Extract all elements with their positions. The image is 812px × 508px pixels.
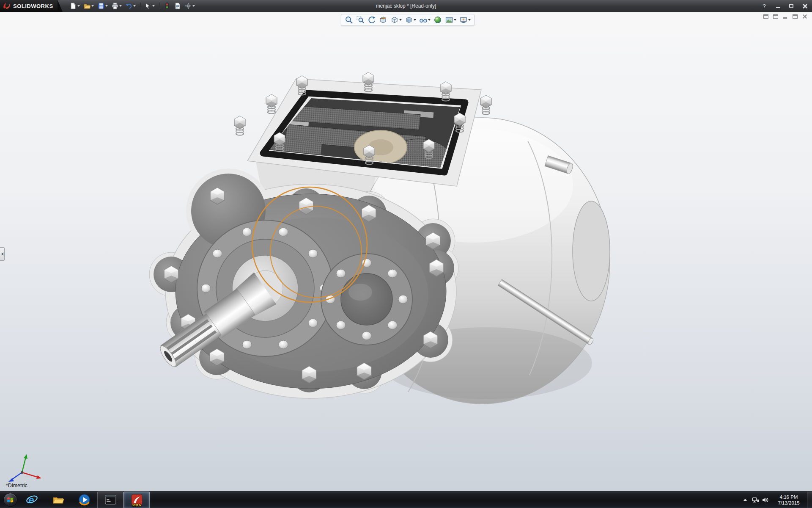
close-icon <box>802 3 807 8</box>
reference-triad <box>6 452 44 486</box>
new-document-button[interactable] <box>69 1 81 11</box>
zoom-to-area-button[interactable] <box>355 15 365 25</box>
minimize-button[interactable] <box>773 2 782 10</box>
toolbar-separator <box>159 3 159 9</box>
taskbar-command-prompt[interactable] <box>97 491 123 508</box>
window-icon <box>773 14 778 19</box>
solidworks-logo: SOLIDWORKS <box>0 0 58 12</box>
solidworks-window: SOLIDWORKS <box>0 0 812 508</box>
command-prompt-icon <box>104 494 117 506</box>
quick-access-toolbar <box>69 1 196 11</box>
undo-button[interactable] <box>124 1 137 11</box>
edit-appearance-button[interactable] <box>433 15 443 25</box>
toolbar-separator <box>140 3 140 9</box>
windows-orb-icon <box>3 493 17 507</box>
apply-scene-button[interactable] <box>444 15 457 25</box>
dropdown-caret[interactable] <box>399 19 402 21</box>
collapsed-panel-tab[interactable] <box>0 247 5 261</box>
doc-minimize-button[interactable] <box>782 14 788 19</box>
doc-restore-icon <box>793 14 798 19</box>
dropdown-caret[interactable] <box>414 19 416 21</box>
select-button[interactable] <box>143 1 156 11</box>
windows-taskbar: e <box>0 491 812 508</box>
restore-button[interactable] <box>787 2 796 10</box>
show-desktop-button[interactable] <box>807 491 812 508</box>
zoom-to-fit-icon <box>345 16 353 24</box>
media-player-icon <box>78 494 91 506</box>
doc-minimize-icon <box>783 17 787 19</box>
view-orientation-cube-icon <box>390 16 399 24</box>
open-button[interactable] <box>82 1 95 11</box>
network-status-icon[interactable] <box>750 491 760 508</box>
chevron-up-icon <box>743 497 748 502</box>
dropdown-caret[interactable] <box>105 5 108 7</box>
undo-icon <box>126 3 132 9</box>
doc-close-icon <box>802 14 807 19</box>
close-button[interactable] <box>800 2 809 10</box>
system-tray: 4:16 PM 7/13/2015 <box>740 491 812 508</box>
input-bearing-cover[interactable] <box>321 254 412 345</box>
dropdown-caret[interactable] <box>468 19 471 21</box>
clock-date: 7/13/2015 <box>771 500 807 506</box>
select-cursor-icon <box>145 3 151 9</box>
show-hidden-icons-button[interactable] <box>740 491 750 508</box>
taskbar-solidworks[interactable]: 2015 <box>123 491 150 508</box>
zoom-to-area-icon <box>356 16 365 24</box>
dropdown-caret[interactable] <box>119 5 122 7</box>
titlebar: SOLIDWORKS <box>0 0 812 12</box>
section-view-icon <box>379 16 387 24</box>
hide-show-glasses-icon <box>419 16 428 24</box>
apply-scene-icon <box>445 16 453 24</box>
doc-close-button[interactable] <box>801 14 808 19</box>
previous-view-icon <box>368 16 376 24</box>
volume-icon[interactable] <box>760 491 771 508</box>
taskbar-media-player[interactable] <box>71 491 97 508</box>
help-button[interactable]: ? <box>760 2 769 10</box>
minimize-icon <box>776 7 780 8</box>
file-properties-icon <box>174 3 181 9</box>
hide-show-items-button[interactable] <box>418 15 431 25</box>
view-settings-button[interactable] <box>458 15 472 25</box>
cascade-icon <box>763 14 768 19</box>
heads-up-view-toolbar <box>341 14 475 26</box>
zoom-to-fit-button[interactable] <box>344 15 354 25</box>
display-style-button[interactable] <box>404 15 417 25</box>
file-properties-button[interactable] <box>173 1 182 11</box>
dropdown-caret[interactable] <box>91 5 94 7</box>
restore-icon <box>789 4 793 8</box>
print-icon <box>112 3 118 9</box>
options-button[interactable] <box>184 1 196 11</box>
window-cascade-button[interactable] <box>763 14 769 19</box>
dropdown-caret[interactable] <box>133 5 136 7</box>
taskbar-clock[interactable]: 4:16 PM 7/13/2015 <box>771 494 807 506</box>
document-window-controls <box>763 14 808 19</box>
section-view-button[interactable] <box>378 15 388 25</box>
graphics-viewport[interactable]: *Dimetric <box>0 12 812 491</box>
view-settings-icon <box>459 16 468 24</box>
open-folder-icon <box>84 3 91 9</box>
view-orientation-button[interactable] <box>390 15 403 25</box>
new-document-icon <box>70 3 77 9</box>
window-button[interactable] <box>772 14 779 19</box>
dropdown-caret[interactable] <box>152 5 155 7</box>
dropdown-caret[interactable] <box>428 19 431 21</box>
gearbox-assembly-model[interactable] <box>0 12 812 491</box>
print-button[interactable] <box>110 1 123 11</box>
edit-appearance-sphere-icon <box>433 16 442 24</box>
taskbar-windows-explorer[interactable] <box>45 491 71 508</box>
dropdown-caret[interactable] <box>77 5 80 7</box>
dropdown-caret[interactable] <box>454 19 456 21</box>
doc-restore-button[interactable] <box>792 14 798 19</box>
dropdown-caret[interactable] <box>192 5 195 7</box>
taskbar-internet-explorer[interactable]: e <box>19 491 45 508</box>
previous-view-button[interactable] <box>367 15 377 25</box>
rebuild-button[interactable] <box>162 1 172 11</box>
save-button[interactable] <box>96 1 109 11</box>
dassault-logo-icon <box>3 2 11 10</box>
windows-flag-icon <box>6 496 14 504</box>
clock-time: 4:16 PM <box>771 494 807 500</box>
folder-icon <box>52 494 64 506</box>
solidworks-version-badge: 2015 <box>124 503 149 507</box>
network-icon <box>752 497 759 503</box>
start-button[interactable] <box>2 492 19 508</box>
